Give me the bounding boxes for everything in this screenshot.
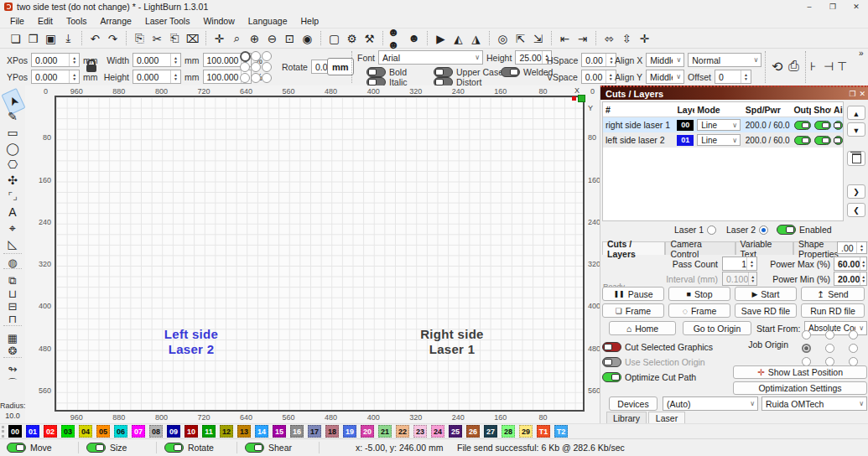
zoom-out-icon[interactable]: ⊖ [263, 30, 281, 47]
width-field[interactable]: 0.000 [133, 53, 181, 67]
palette-chip-01[interactable]: 01 [26, 425, 39, 438]
layer-color-cell[interactable]: 00 [674, 120, 694, 131]
rotate-toggle[interactable] [164, 443, 184, 453]
layer-row-0[interactable]: right side laser 100Line200.0 / 60.0 [603, 117, 843, 132]
print-cut-icon[interactable]: ⎙ [788, 59, 799, 74]
edit-nodes-tool[interactable]: ✣ [3, 173, 23, 188]
measure-tool[interactable]: ◺ [3, 236, 23, 251]
power-min-field[interactable]: 20.00 [834, 272, 867, 286]
job-origin-radio-5[interactable] [849, 344, 858, 353]
palette-chip-07[interactable]: 07 [132, 425, 145, 438]
height-spinner[interactable] [170, 70, 180, 83]
cut-icon[interactable]: ✂ [148, 30, 166, 47]
canvas[interactable]: 0 X 0 Y Left side Laser 2 Right side Las… [25, 86, 600, 423]
xpos-spinner[interactable] [69, 54, 79, 66]
palette-chip-00[interactable]: 00 [8, 425, 22, 438]
enabled-toggle[interactable] [777, 225, 796, 235]
text-tool[interactable]: A [3, 205, 23, 220]
boolean-intersect-tool[interactable]: ⊓ [3, 311, 23, 326]
undo-icon[interactable]: ↶ [86, 30, 104, 47]
position-laser-tool[interactable]: ⌖ [3, 220, 23, 236]
panel-next-button[interactable]: ❯ [847, 184, 865, 199]
job-origin-radio-1[interactable] [825, 330, 834, 339]
object-origin-grid[interactable] [240, 51, 273, 84]
new-file-icon[interactable]: ❏ [7, 30, 24, 47]
layer-air-toggle[interactable] [834, 121, 843, 130]
speed-mini-spinner[interactable] [856, 242, 866, 253]
radius-corner-tool[interactable]: ⌒ [3, 376, 23, 391]
palette-chip-22[interactable]: 22 [396, 425, 409, 438]
goto-origin-button[interactable]: Go to Origin [683, 321, 751, 335]
optimization-settings-button[interactable]: Optimization Settings [733, 381, 867, 395]
palette-chip-17[interactable]: 17 [308, 425, 321, 438]
preview-play-icon[interactable]: ▶ [432, 30, 450, 47]
origin-dot-2[interactable] [262, 51, 272, 61]
delete-icon[interactable]: ⌧ [184, 30, 201, 47]
menu-tools[interactable]: Tools [60, 15, 94, 27]
user-icon[interactable]: ☻ [405, 30, 423, 47]
ellipse-tool[interactable]: ◯ [3, 141, 23, 156]
job-origin-radio-4[interactable] [825, 344, 834, 353]
palette-chip-05[interactable]: 05 [96, 425, 110, 438]
paste-icon[interactable]: ⎗ [166, 30, 184, 47]
pass-count-spinner[interactable] [746, 257, 756, 270]
mirror-horizontal-icon[interactable]: ◭ [450, 30, 467, 47]
palette-chip-T1[interactable]: T1 [537, 425, 550, 438]
layer-color-cell[interactable]: 01 [674, 135, 694, 146]
menu-arrange[interactable]: Arrange [94, 15, 138, 27]
resize-width-icon[interactable]: ⬄ [600, 30, 618, 47]
layer-mode-dropdown[interactable]: Line [697, 119, 741, 131]
palette-grip[interactable] [2, 426, 4, 438]
origin-dot-7[interactable] [251, 73, 261, 83]
device-name-dropdown[interactable]: Ruida OMTech [761, 396, 867, 411]
pass-count-field[interactable]: 1 [722, 256, 757, 271]
layer-output-toggle[interactable] [794, 121, 811, 130]
distribute-h-icon[interactable]: ⇤ [556, 30, 574, 47]
close-button[interactable]: ✕ [845, 0, 868, 13]
palette-chip-19[interactable]: 19 [343, 425, 356, 438]
layer-down-button[interactable]: ▾ [847, 122, 865, 137]
use-selection-origin-toggle[interactable] [602, 357, 621, 367]
aligny-dropdown[interactable]: Middle [646, 70, 684, 84]
layer-show-toggle[interactable] [814, 136, 831, 145]
circular-array-tool[interactable]: ❂ [3, 343, 23, 358]
dock-right-icon[interactable]: ⇲ [529, 30, 547, 47]
layer-up-button[interactable]: ▴ [847, 106, 865, 120]
frame-selection-icon[interactable]: ⊡ [281, 30, 299, 47]
layer-air-toggle[interactable] [834, 136, 843, 145]
palette-chip-25[interactable]: 25 [449, 425, 462, 438]
font-family-dropdown[interactable]: Arial [378, 50, 483, 65]
push-left-icon[interactable]: ⊦ [810, 60, 816, 73]
menu-edit[interactable]: Edit [31, 15, 60, 27]
devices-button[interactable]: Devices [609, 396, 657, 411]
close-panel-icon[interactable]: ✕ [859, 90, 865, 98]
toolbar-overflow-icon[interactable]: » [859, 49, 864, 58]
offset-spinner[interactable] [741, 70, 751, 83]
float-panel-icon[interactable]: ❐ [849, 90, 855, 98]
resize-height-icon[interactable]: ⇳ [618, 30, 636, 47]
run-rd-button[interactable]: Run RD file [801, 303, 865, 318]
sync-laser-icon[interactable]: ⟲ [772, 59, 782, 75]
palette-chip-12[interactable]: 12 [220, 425, 233, 438]
panel-prev-button[interactable]: ❮ [847, 203, 865, 217]
palette-chip-27[interactable]: 27 [484, 425, 497, 438]
canvas-text-right[interactable]: Right side Laser 1 [402, 327, 502, 357]
palette-chip-02[interactable]: 02 [44, 425, 57, 438]
optimize-cut-path-toggle[interactable] [602, 372, 621, 382]
power-min-spinner[interactable] [860, 272, 866, 285]
open-file-icon[interactable]: ❒ [24, 30, 42, 47]
palette-chip-24[interactable]: 24 [431, 425, 444, 438]
tab-cuts-layers[interactable]: Cuts / Layers [602, 241, 665, 255]
push-top-icon[interactable]: ⊤ [837, 60, 847, 73]
copy-icon[interactable]: ⎘ [131, 30, 148, 47]
layer-mode-dropdown[interactable]: Line [697, 134, 741, 146]
palette-chip-08[interactable]: 08 [149, 425, 163, 438]
palette-chip-26[interactable]: 26 [466, 425, 480, 438]
layer-show-toggle[interactable] [814, 121, 831, 130]
size-toggle[interactable] [86, 443, 106, 453]
redo-icon[interactable]: ↷ [104, 30, 122, 47]
palette-chip-06[interactable]: 06 [114, 425, 127, 438]
palette-chip-15[interactable]: 15 [273, 425, 286, 438]
ypos-spinner[interactable] [69, 70, 79, 83]
start-button[interactable]: ▶Start [735, 287, 797, 301]
